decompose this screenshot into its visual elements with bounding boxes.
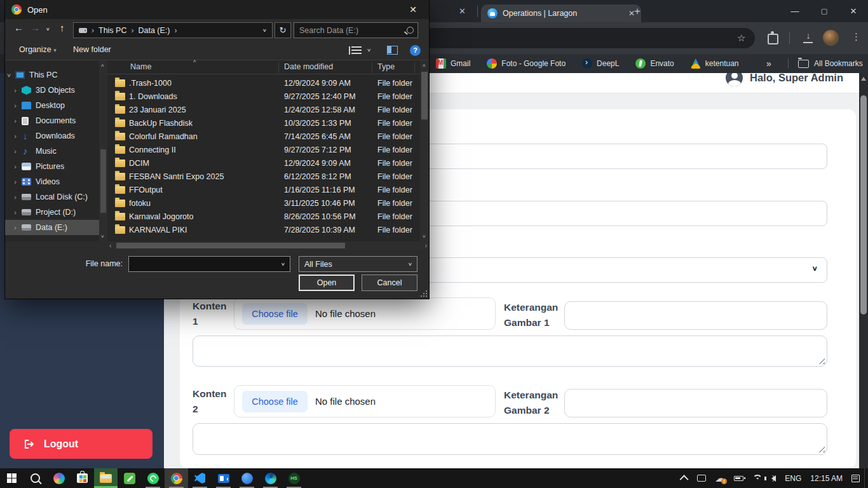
tree-item-desktop[interactable]: › Desktop <box>5 98 99 113</box>
new-folder-button[interactable]: New folder <box>73 45 111 54</box>
file-row[interactable]: BackUp Flashdisk10/3/2025 1:33 PMFile fo… <box>107 116 420 130</box>
taskbar-search-button[interactable] <box>24 468 47 488</box>
tray-chevron-up[interactable] <box>677 468 693 488</box>
file-type-combo[interactable]: All Files ∨ <box>299 256 417 272</box>
tree-item-videos[interactable]: › Videos <box>5 174 99 189</box>
tree-item-music[interactable]: › Music <box>5 144 99 159</box>
dialog-close-icon[interactable]: ✕ <box>403 4 423 15</box>
new-tab-button[interactable]: + <box>634 5 641 18</box>
chevron-collapsed-icon[interactable]: › <box>11 147 19 155</box>
breadcrumb[interactable]: › This PC › Data (E:) › ∨ <box>73 22 273 38</box>
search-icon[interactable] <box>407 27 414 34</box>
column-type[interactable]: Type <box>377 62 395 71</box>
combo-dropdown-icon[interactable]: ∨ <box>408 261 412 266</box>
chevron-collapsed-icon[interactable]: › <box>11 178 19 186</box>
forward-icon[interactable]: → <box>31 22 40 33</box>
bookmark-gmail[interactable]: Gmail <box>436 58 470 69</box>
tray-battery[interactable] <box>729 468 748 488</box>
file-row[interactable]: 1. Downloads9/27/2025 12:40 PMFile folde… <box>107 90 420 103</box>
column-separator[interactable] <box>414 62 415 73</box>
all-bookmarks-button[interactable]: All Bookmarks <box>798 59 863 68</box>
open-button[interactable]: Open <box>299 274 355 291</box>
chevron-collapsed-icon[interactable]: › <box>11 163 19 170</box>
tree-item-pictures[interactable]: › Pictures <box>5 159 99 174</box>
konten-1-textarea[interactable] <box>193 336 827 367</box>
up-icon[interactable]: ↑ <box>60 22 65 33</box>
logout-button[interactable]: Logout <box>10 429 153 459</box>
bookmark-google-photos[interactable]: Foto - Google Foto <box>487 58 566 69</box>
dialog-search-input[interactable] <box>294 26 407 35</box>
scroll-up-icon[interactable]: ∧ <box>100 64 105 68</box>
file-row[interactable]: Colorful Ramadhan7/14/2025 6:45 AMFile f… <box>107 130 420 143</box>
extensions-icon[interactable] <box>768 34 778 44</box>
resize-grip[interactable] <box>421 290 427 297</box>
taskbar-notes-app-button[interactable] <box>118 468 141 488</box>
taskbar-edge-button[interactable] <box>259 468 282 488</box>
file-row[interactable]: Connecting II9/27/2025 7:12 PMFile folde… <box>107 143 420 156</box>
file-name-combo[interactable]: ∨ <box>128 256 290 272</box>
window-maximize-button[interactable]: ▢ <box>810 0 839 22</box>
file-input-2[interactable]: Choose file No file chosen <box>234 385 496 417</box>
taskbar-whatsapp-button[interactable] <box>141 468 165 488</box>
browser-menu-icon[interactable]: ⋮ <box>851 31 861 43</box>
refresh-button[interactable]: ↻ <box>275 22 291 38</box>
cancel-button[interactable]: Cancel <box>362 274 417 291</box>
address-dropdown-icon[interactable]: ∨ <box>262 27 267 32</box>
taskbar-vscode-button[interactable] <box>188 468 212 488</box>
dialog-title-bar[interactable]: Open ✕ <box>5 0 429 19</box>
file-row[interactable]: FESBAN Santri Expo 20256/12/2025 8:12 PM… <box>107 170 420 183</box>
tray-action-center[interactable] <box>847 468 864 488</box>
recent-locations-icon[interactable]: ∨ <box>46 27 50 32</box>
list-scrollbar-thumb[interactable] <box>421 72 428 119</box>
column-name[interactable]: Name <box>130 62 151 71</box>
tray-tablet-mode[interactable] <box>693 468 710 488</box>
breadcrumb-this-pc[interactable]: This PC <box>98 26 126 35</box>
downloads-icon[interactable]: ↓ <box>802 30 815 43</box>
scroll-up-icon[interactable] <box>861 77 866 81</box>
back-icon[interactable]: ← <box>14 22 24 33</box>
preview-pane-icon[interactable] <box>387 46 398 55</box>
file-row[interactable]: .Trash-100012/9/2024 9:09 AMFile folder <box>107 76 420 90</box>
window-minimize-button[interactable]: — <box>780 0 810 22</box>
tree-item-downloads[interactable]: › Downloads <box>5 128 99 144</box>
column-date-modified[interactable]: Date modified <box>284 62 333 71</box>
taskbar-chrome-button[interactable] <box>165 468 188 488</box>
change-view-icon[interactable] <box>351 46 362 55</box>
file-row[interactable]: 23 Januari 20251/24/2025 12:58 AMFile fo… <box>107 103 420 116</box>
file-row[interactable]: DCIM12/9/2024 9:09 AMFile folder <box>107 156 420 170</box>
tray-clock[interactable]: 12:15 AM <box>806 468 847 488</box>
chevron-collapsed-icon[interactable]: › <box>11 132 19 140</box>
help-icon[interactable]: ? <box>410 45 421 56</box>
tray-onedrive[interactable]: ☁ <box>710 468 729 488</box>
keterangan-2-input[interactable] <box>564 389 827 417</box>
bookmarks-overflow-icon[interactable]: » <box>766 58 771 69</box>
taskbar-blue-app-button[interactable] <box>235 468 259 488</box>
chevron-collapsed-icon[interactable]: › <box>11 86 19 94</box>
page-scrollbar-thumb[interactable] <box>860 95 867 315</box>
taskbar-copilot-button[interactable] <box>47 468 71 488</box>
organize-menu[interactable]: Organize ▾ <box>19 45 57 54</box>
textarea-resize-handle[interactable] <box>818 358 825 364</box>
tree-item-documents[interactable]: › Documents <box>5 113 99 128</box>
choose-file-button-2[interactable]: Choose file <box>242 391 308 412</box>
tab-operations-laragon[interactable]: Operations | Laragon ✕ <box>481 4 641 22</box>
column-separator[interactable] <box>372 62 372 73</box>
bookmark-deepl[interactable]: DeepL <box>582 58 619 69</box>
textarea-resize-handle[interactable] <box>818 446 825 452</box>
chevron-expanded-icon[interactable]: ∨ <box>5 72 13 78</box>
view-dropdown-icon[interactable]: ∨ <box>367 48 371 53</box>
window-close-button[interactable]: ✕ <box>839 0 868 22</box>
choose-file-button-1[interactable]: Choose file <box>242 303 308 325</box>
keterangan-1-input[interactable] <box>564 301 827 330</box>
scroll-up-icon[interactable]: ∧ <box>422 64 426 68</box>
tree-item-3d-objects[interactable]: › 3D Objects <box>5 83 99 98</box>
show-desktop-button[interactable] <box>864 468 868 488</box>
profile-avatar[interactable] <box>823 30 839 46</box>
column-separator[interactable] <box>278 62 279 73</box>
file-input-1[interactable]: Choose file No file chosen <box>234 297 496 330</box>
chevron-collapsed-icon[interactable]: › <box>11 102 19 109</box>
taskbar-heidisql-button[interactable]: HS <box>282 468 306 488</box>
taskbar-store-button[interactable] <box>71 468 94 488</box>
bookmark-ketentuan[interactable]: ketentuan <box>691 58 739 69</box>
hidden-tab-close-icon[interactable]: ✕ <box>459 6 466 16</box>
